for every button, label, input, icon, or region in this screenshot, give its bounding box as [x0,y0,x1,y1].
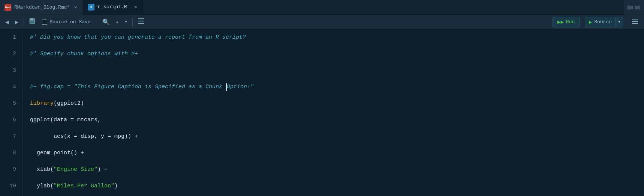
window-minimize-btn[interactable] [628,6,633,9]
svg-rect-1 [30,18,33,20]
tab-rmd[interactable]: Rmd RMarkdown_Blog.Rmd* ✕ [0,0,83,15]
line-numbers: 1 2 3 4 5 6 7 8 9 10 [0,29,22,196]
svg-rect-7 [632,19,638,20]
wand-icon: ✦ [116,19,119,25]
code-token-10-3: ) [114,178,118,194]
code-line-6: ggplot(data = mtcars, [30,112,644,128]
search-icon: 🔍 [102,18,110,26]
line-num-5: 5 [6,95,16,112]
code-line-7: aes(x = disp, y = mpg)) + [30,128,644,145]
svg-rect-5 [138,21,144,21]
line-num-10: 10 [6,178,16,194]
line-num-1: 1 [6,29,16,46]
toolbar-divider-2 [97,18,97,26]
wand-dropdown-button[interactable]: ▼ [123,17,129,27]
code-token-6-1: ggplot(data = mtcars, [30,112,101,128]
code-token-3-1 [30,62,33,79]
run-button[interactable]: ▶▶ Run [553,17,580,27]
code-line-8: geom_point() + [30,145,644,161]
code-token-4-1: #+ fig.cap = "This Figure Caption is Spe… [30,79,226,95]
source-on-save-label: Source on Save [49,19,90,25]
wand-button[interactable]: ✦ [114,17,121,27]
lines-icon [138,18,144,26]
source-on-save-button[interactable]: Source on Save [39,17,93,27]
line-num-2: 2 [6,46,16,62]
window-controls [624,0,644,15]
save-icon [29,18,35,26]
tab-close-rmd[interactable]: ✕ [73,4,78,11]
lines-button[interactable] [136,17,146,27]
code-token-10-1: ylab( [30,178,54,194]
source-chevron-down-icon: ▼ [618,20,620,24]
source-label: Source [594,19,612,25]
svg-rect-8 [632,21,638,22]
source-on-save-checkbox[interactable] [42,20,47,25]
toolbar-divider-1 [24,18,24,26]
line-num-8: 8 [6,145,16,161]
back-icon: ◀ [5,18,9,26]
toolbar-divider-3 [132,18,133,26]
code-line-1: #' Did you know that you can generate a … [30,29,644,46]
tab-icon-rmd: Rmd [4,4,11,11]
code-token-7-1: aes(x = disp, y = mpg)) + [30,128,138,145]
code-token-2-1: #' Specify chunk options with #+ [30,46,138,62]
code-line-2: #' Specify chunk options with #+ [30,46,644,62]
code-line-5: library(ggplot2) [30,95,644,112]
code-token-9-1: xlab( [30,161,54,178]
line-num-3: 3 [6,62,16,79]
code-content[interactable]: #' Did you know that you can generate a … [22,29,644,196]
line-num-4: 4 [6,79,16,95]
source-dropdown-button[interactable]: ▼ [616,17,623,27]
code-line-10: ylab("Miles Per Gallon") [30,178,644,194]
line-num-9: 9 [6,161,16,178]
svg-rect-4 [138,18,144,19]
forward-button[interactable]: ▶ [13,17,21,27]
code-token-1-1: #' Did you know that you can generate a … [30,29,246,46]
toolbar: ◀ ▶ Source on Save 🔍 ✦ ▼ [0,15,644,29]
code-editor[interactable]: 1 2 3 4 5 6 7 8 9 10 #' Did you know tha… [0,29,644,196]
code-token-4-2: Option!" [227,79,254,95]
forward-icon: ▶ [15,18,19,26]
code-token-8-1: geom_point() + [30,145,84,161]
line-num-7: 7 [6,128,16,145]
code-line-9: xlab("Engine Size") + [30,161,644,178]
run-icon: ▶▶ [557,19,564,25]
save-button[interactable] [27,17,37,27]
code-token-5-2: (ggplot2) [54,95,84,112]
svg-rect-6 [138,23,144,24]
code-token-9-3: ) + [97,161,108,178]
code-token-5-1: library [30,95,54,112]
tab-label-r-script: r_script.R [97,4,127,10]
svg-rect-3 [33,19,34,20]
back-button[interactable]: ◀ [3,17,11,27]
code-token-9-2: "Engine Size" [54,161,97,178]
tab-spacer [143,0,624,15]
code-token-10-2: "Miles Per Gallon" [54,178,114,194]
source-btn-group: ▶ Source ▼ [585,17,623,27]
menu-lines-button[interactable] [629,17,641,27]
window-maximize-btn[interactable] [635,6,640,9]
chevron-down-icon: ▼ [125,20,127,24]
code-line-3 [30,62,644,79]
tab-r-script[interactable]: R r_script.R ✕ [83,0,143,15]
line-num-6: 6 [6,112,16,128]
run-label: Run [566,19,575,25]
code-line-4: #+ fig.cap = "This Figure Caption is Spe… [30,79,644,95]
svg-rect-2 [30,21,34,23]
tab-icon-r: R [88,4,94,11]
tab-close-r-script[interactable]: ✕ [133,3,138,11]
svg-rect-9 [632,23,638,24]
source-button[interactable]: ▶ Source [585,17,616,27]
tab-bar: Rmd RMarkdown_Blog.Rmd* ✕ R r_script.R ✕ [0,0,644,15]
search-button[interactable]: 🔍 [100,17,112,27]
tab-label-rmd: RMarkdown_Blog.Rmd* [14,5,70,10]
source-icon: ▶ [589,19,592,25]
menu-lines-icon [632,19,638,26]
